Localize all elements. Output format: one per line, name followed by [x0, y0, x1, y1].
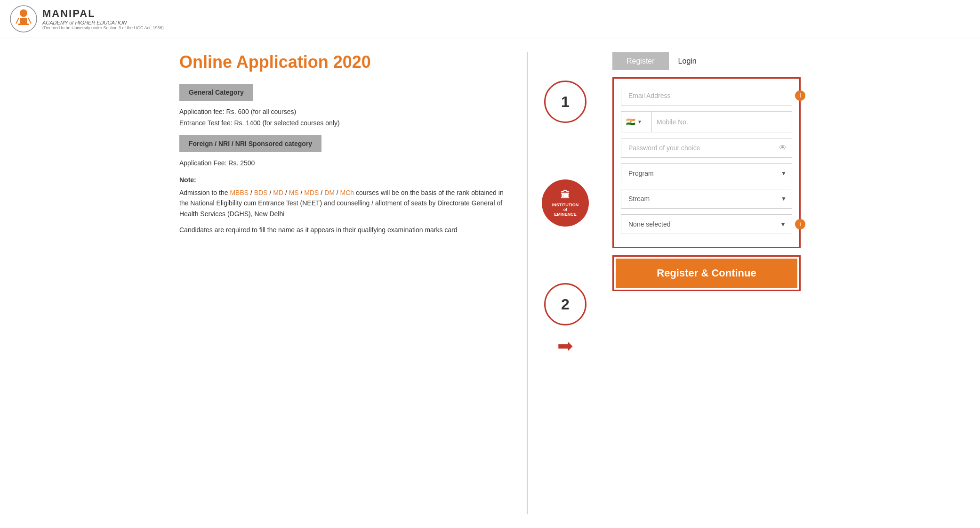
link-md[interactable]: MD — [273, 189, 283, 196]
none-selected-wrapper: None selected ▾ i — [621, 214, 792, 234]
note-para-2: Candidates are required to fill the name… — [179, 225, 508, 235]
link-mbbs[interactable]: MBBS — [230, 189, 249, 196]
svg-rect-3 — [18, 24, 29, 25]
none-selected-label: None selected — [628, 220, 671, 228]
none-selected-dropdown[interactable]: None selected ▾ — [621, 214, 792, 234]
stream-select-wrapper: Stream Science Commerce Arts ▼ — [621, 189, 792, 209]
india-flag-icon: 🇮🇳 — [626, 117, 635, 126]
email-group: i — [621, 86, 792, 106]
badge-line2: of — [563, 207, 568, 212]
step-1-label: 1 — [561, 93, 570, 111]
logo-text: MANIPAL ACADEMY of HIGHER EDUCATION (Dee… — [42, 8, 164, 30]
email-field[interactable] — [621, 86, 792, 106]
logo-subtitle: ACADEMY of HIGHER EDUCATION — [42, 20, 164, 25]
stream-group: Stream Science Commerce Arts ▼ — [621, 189, 792, 209]
app-fee-general: Application fee: Rs. 600 (for all course… — [179, 108, 508, 115]
country-select[interactable]: 🇮🇳 ▼ — [621, 112, 652, 132]
manipal-logo-icon — [9, 5, 38, 33]
none-selected-group: None selected ▾ i — [621, 214, 792, 234]
program-select[interactable]: Program Engineering Medicine Architectur… — [621, 163, 792, 183]
link-dm[interactable]: DM — [324, 189, 335, 196]
general-category-button: General Category — [179, 84, 253, 101]
email-info-icon[interactable]: i — [795, 90, 805, 101]
main-container: Online Application 2020 General Category… — [161, 38, 819, 528]
step-2-label: 2 — [561, 296, 570, 313]
svg-line-5 — [28, 18, 31, 24]
badge-line3: EMINENCE — [554, 212, 577, 217]
svg-rect-2 — [20, 18, 27, 24]
register-btn-wrapper: Register & Continue — [612, 255, 801, 291]
none-selected-info-icon[interactable]: i — [795, 219, 805, 229]
tab-login[interactable]: Login — [669, 52, 706, 70]
mobile-group: 🇮🇳 ▼ — [621, 111, 792, 132]
step-1-badge: 1 — [544, 81, 586, 123]
eye-toggle-icon[interactable]: 👁 — [779, 144, 787, 152]
arrow-right-icon: ➡ — [557, 335, 573, 357]
logo-title: MANIPAL — [42, 8, 164, 20]
note-para-1: Admission to the MBBS / BDS / MD / MS / … — [179, 187, 508, 219]
program-select-wrapper: Program Engineering Medicine Architectur… — [621, 163, 792, 183]
note-title: Note: — [179, 176, 508, 184]
none-selected-caret: ▾ — [781, 220, 785, 228]
badge-line1: INSTITUTION — [552, 203, 579, 207]
logo-small: (Deemed to be University under Section 3… — [42, 25, 164, 30]
right-panel: Register Login i 🇮🇳 ▼ — [603, 52, 801, 514]
phone-wrapper: 🇮🇳 ▼ — [621, 111, 792, 132]
tab-row: Register Login — [612, 52, 801, 70]
link-mch[interactable]: MCh — [340, 189, 354, 196]
header: MANIPAL ACADEMY of HIGHER EDUCATION (Dee… — [0, 0, 980, 38]
note-section: Note: Admission to the MBBS / BDS / MD /… — [179, 176, 508, 236]
link-bds[interactable]: BDS — [254, 189, 268, 196]
program-group: Program Engineering Medicine Architectur… — [621, 163, 792, 183]
badge-icon: 🏛 — [561, 190, 570, 201]
svg-point-1 — [20, 9, 27, 17]
app-fee-nri: Application Fee: Rs. 2500 — [179, 159, 508, 167]
link-mds[interactable]: MDS — [304, 189, 319, 196]
middle-panel: 1 🏛 INSTITUTION of EMINENCE 2 ➡ — [537, 52, 594, 514]
logo-area: MANIPAL ACADEMY of HIGHER EDUCATION (Dee… — [9, 5, 164, 33]
stream-select[interactable]: Stream Science Commerce Arts — [621, 189, 792, 209]
institution-eminence-badge: 🏛 INSTITUTION of EMINENCE — [542, 179, 589, 227]
mobile-field[interactable] — [652, 113, 792, 131]
password-field[interactable] — [621, 138, 792, 158]
password-group: 👁 — [621, 138, 792, 158]
left-panel: Online Application 2020 General Category… — [179, 52, 528, 514]
nri-category-button: Foreign / NRI / NRI Sponsored category — [179, 135, 321, 152]
page-title: Online Application 2020 — [179, 52, 508, 72]
password-wrapper: 👁 — [621, 138, 792, 158]
step-2-badge: 2 — [544, 283, 586, 325]
register-continue-button[interactable]: Register & Continue — [616, 259, 797, 288]
tab-register[interactable]: Register — [612, 52, 669, 70]
entrance-fee: Entrance Test fee: Rs. 1400 (for selecte… — [179, 119, 508, 127]
register-form-box: i 🇮🇳 ▼ 👁 — [612, 77, 801, 248]
link-ms[interactable]: MS — [289, 189, 299, 196]
chevron-down-icon: ▼ — [637, 119, 642, 124]
svg-line-4 — [16, 18, 19, 24]
